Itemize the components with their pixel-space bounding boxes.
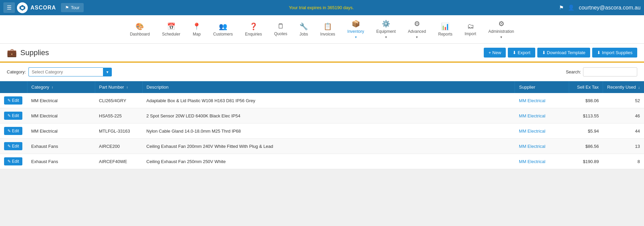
edit-cell-2: ✎ Edit	[0, 123, 27, 139]
administration-icon: ⚙	[498, 20, 504, 28]
recently-used-cell-4: 8	[603, 154, 644, 169]
user-email[interactable]: courtney@ascora.com.au	[579, 5, 641, 11]
quotes-icon: 🗒	[277, 22, 284, 30]
category-cell-4: Exhaust Fans	[27, 154, 95, 169]
nav-item-inventory[interactable]: 📦 Inventory ▾	[341, 18, 370, 41]
nav-item-invoices[interactable]: 📋 Invoices	[314, 21, 341, 38]
edit-button-3[interactable]: ✎ Edit	[4, 142, 22, 150]
supplier-cell-4: MM Electrical	[515, 154, 569, 169]
col-header-supplier[interactable]: Supplier	[515, 81, 569, 93]
part-number-cell-0: CLI265/4GRY	[95, 93, 142, 108]
supplier-cell-3: MM Electrical	[515, 139, 569, 154]
customers-icon: 👥	[219, 22, 227, 30]
logo: Ascora	[17, 2, 56, 13]
col-header-category[interactable]: Category ↑	[27, 81, 95, 93]
sell-ex-tax-cell-2: $5.94	[569, 123, 603, 139]
search-input[interactable]	[583, 67, 637, 76]
export-button[interactable]: ⬇ Export	[508, 48, 535, 58]
new-button[interactable]: + New	[484, 48, 506, 58]
category-dropdown-button[interactable]: ▾	[103, 68, 112, 76]
table-row: ✎ Edit Exhaust Fans AIRCE200 Ceiling Exh…	[0, 139, 644, 154]
edit-button-2[interactable]: ✎ Edit	[4, 127, 22, 135]
table-scroll-area[interactable]: Category ↑ Part Number ↑ Description Sup…	[0, 81, 644, 169]
category-filter: Category: ▾	[7, 67, 112, 76]
category-cell-1: MM Electrical	[27, 108, 95, 123]
description-cell-1: 2 Spot Sensor 20W LED 6400K Black Elec I…	[142, 108, 515, 123]
nav-item-jobs[interactable]: 🔧 Jobs	[293, 21, 314, 38]
administration-dropdown-arrow: ▾	[500, 35, 502, 39]
supplier-cell-0: MM Electrical	[515, 93, 569, 108]
category-cell-0: MM Electrical	[27, 93, 95, 108]
tour-button[interactable]: ⚑ Tour	[61, 3, 83, 12]
description-cell-2: Nylon Cable Gland 14.0-18.0mm M25 Thrd I…	[142, 123, 515, 139]
col-header-sell-ex-tax[interactable]: Sell Ex Tax	[569, 81, 603, 93]
edit-button-0[interactable]: ✎ Edit	[4, 96, 22, 105]
sell-ex-tax-cell-4: $190.89	[569, 154, 603, 169]
supplies-table: Category ↑ Part Number ↑ Description Sup…	[0, 81, 644, 169]
jobs-icon: 🔧	[299, 22, 308, 30]
search-bar: Search:	[566, 67, 637, 76]
nav-item-scheduler[interactable]: 📅 Scheduler	[156, 21, 186, 38]
nav-item-administration[interactable]: ⚙ Administration ▾	[482, 18, 520, 41]
recent-sort-icon: ↓	[638, 85, 640, 89]
supplier-cell-2: MM Electrical	[515, 123, 569, 139]
col-header-description[interactable]: Description	[142, 81, 515, 93]
nav-item-quotes[interactable]: 🗒 Quotes	[268, 21, 293, 38]
supplier-link-0[interactable]: MM Electrical	[519, 98, 545, 103]
reports-icon: 📊	[441, 22, 450, 30]
sell-ex-tax-cell-1: $113.55	[569, 108, 603, 123]
supplier-link-2[interactable]: MM Electrical	[519, 129, 545, 134]
supplies-icon: 💼	[7, 48, 17, 58]
category-cell-3: Exhaust Fans	[27, 139, 95, 154]
page-title: 💼 Supplies	[7, 48, 49, 58]
sell-ex-tax-cell-3: $86.56	[569, 139, 603, 154]
filter-bar: Category: ▾ Search:	[0, 63, 644, 81]
search-label: Search:	[566, 69, 581, 74]
supplier-cell-1: MM Electrical	[515, 108, 569, 123]
edit-cell-0: ✎ Edit	[0, 93, 27, 108]
table-row: ✎ Edit MM Electrical MTLFGL-33163 Nylon …	[0, 123, 644, 139]
supplier-link-3[interactable]: MM Electrical	[519, 144, 545, 149]
table-row: ✎ Edit MM Electrical CLI265/4GRY Adaptab…	[0, 93, 644, 108]
edit-button-1[interactable]: ✎ Edit	[4, 112, 22, 120]
description-cell-3: Ceiling Exhaust Fan 200mm 240V White Fit…	[142, 139, 515, 154]
edit-button-4[interactable]: ✎ Edit	[4, 157, 22, 165]
dashboard-icon: 🎨	[136, 22, 144, 30]
col-header-part-number[interactable]: Part Number ↑	[95, 81, 142, 93]
part-number-cell-2: MTLFGL-33163	[95, 123, 142, 139]
nav-item-enquiries[interactable]: ❓ Enquiries	[239, 21, 268, 38]
nav-item-reports[interactable]: 📊 Reports	[432, 21, 458, 38]
supplier-link-4[interactable]: MM Electrical	[519, 159, 545, 164]
hamburger-button[interactable]: ☰	[3, 2, 15, 13]
nav-item-map[interactable]: 📍 Map	[186, 21, 207, 38]
nav-item-customers[interactable]: 👥 Customers	[207, 21, 239, 38]
col-header-edit	[0, 81, 27, 93]
part-sort-icon: ↑	[126, 85, 128, 89]
map-icon: 📍	[192, 22, 201, 30]
nav-item-advanced[interactable]: ⚙ Advanced ▾	[402, 18, 432, 41]
import-supplies-button[interactable]: ⬇ Import Supplies	[592, 48, 637, 58]
page-header: 💼 Supplies + New ⬇ Export ⬇ Download Tem…	[0, 44, 644, 63]
supplier-link-1[interactable]: MM Electrical	[519, 113, 545, 118]
user-icon[interactable]: 👤	[568, 4, 575, 11]
inventory-dropdown-arrow: ▾	[355, 35, 357, 39]
category-select[interactable]	[28, 67, 103, 76]
second-navbar: 🎨 Dashboard 📅 Scheduler 📍 Map 👥 Customer…	[0, 15, 644, 44]
table-body: ✎ Edit MM Electrical CLI265/4GRY Adaptab…	[0, 93, 644, 169]
recently-used-cell-3: 13	[603, 139, 644, 154]
advanced-icon: ⚙	[414, 20, 420, 28]
nav-item-import[interactable]: 🗂 Import	[459, 21, 482, 38]
flag-nav-icon[interactable]: ⚑	[559, 4, 564, 11]
description-cell-4: Ceiling Exhaust Fan 250mm 250V White	[142, 154, 515, 169]
download-template-button[interactable]: ⬇ Download Template	[537, 48, 590, 58]
recently-used-cell-1: 46	[603, 108, 644, 123]
advanced-dropdown-arrow: ▾	[416, 35, 418, 39]
scheduler-icon: 📅	[167, 22, 175, 30]
equipment-icon: ⚙️	[382, 20, 390, 28]
col-header-recently-used[interactable]: Recently Used ↓	[603, 81, 644, 93]
trial-notice: Your trial expires in 365190 days.	[84, 5, 559, 10]
nav-item-equipment[interactable]: ⚙️ Equipment ▾	[370, 18, 402, 41]
recently-used-cell-2: 44	[603, 123, 644, 139]
description-cell-0: Adaptable Box & Lid Plastic W108 H163 D8…	[142, 93, 515, 108]
nav-item-dashboard[interactable]: 🎨 Dashboard	[124, 21, 156, 38]
